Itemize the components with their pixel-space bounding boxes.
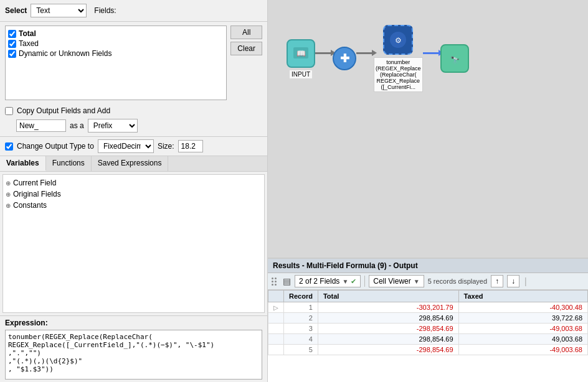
field-checkbox-taxed[interactable] [8,40,16,48]
row-total: 298,854.69 [318,334,458,345]
results-table: Record Total Taxed ▷1-303,201.79-40,300.… [268,290,588,382]
expression-label: Expression: [5,319,262,327]
row-total: -298,854.69 [318,345,458,355]
row-taxed: -49,003.68 [458,345,587,355]
node-output[interactable]: 🔭 [440,44,469,73]
prefix-dropdown[interactable]: Prefix [88,119,138,133]
select-label: Select [5,6,27,15]
expression-section: Expression: tonumber(REGEX_Replace(Repla… [0,315,267,382]
select-dropdown[interactable]: Text [31,4,87,17]
node-icon-input: 📖 [287,39,315,68]
row-total: 298,854.69 [318,313,458,324]
row-icon: ▷ [268,302,284,313]
field-item-dynamic[interactable]: Dynamic or Unknown Fields [8,49,224,58]
node-transform[interactable]: ✚ [333,47,356,70]
output-type-checkbox[interactable] [5,142,13,151]
tab-functions[interactable]: Functions [46,156,92,171]
expression-box[interactable]: tonumber(REGEX_Replace(ReplaceChar( REGE… [5,330,262,380]
scroll-up-button[interactable]: ↑ [491,275,503,287]
svg-text:📖: 📖 [296,49,306,58]
expand-icon-original: ⊕ [6,191,11,198]
fields-label: Fields: [94,6,116,15]
clear-button[interactable]: Clear [230,42,262,55]
col-header-icon [268,291,284,302]
tab-variables[interactable]: Variables [0,156,46,171]
output-type-dropdown[interactable]: FixedDecimal [98,139,154,153]
node-label-formula: tonumber(REGEX_Replace(ReplaceChar(REGEX… [374,57,423,92]
select-row: Select Text Fields: [0,0,267,22]
prefix-row: as a Prefix [0,118,267,136]
new-field-input[interactable] [16,119,66,132]
row-icon [268,334,284,345]
col-header-taxed: Taxed [458,291,587,302]
table-row: 4298,854.6949,003.68 [268,334,588,345]
expand-icon-current: ⊕ [6,180,11,187]
row-icon [268,324,284,334]
node-icon-output: 🔭 [440,44,469,73]
results-toolbar: ▤ 2 of 2 Fields ▼ ✔ Cell Viewer ▼ 5 reco… [268,273,588,290]
table-row: 3-298,854.69-49,003.68 [268,324,588,334]
more-options-icon: | [524,276,527,286]
row-taxed: -49,003.68 [458,324,587,334]
field-item-taxed[interactable]: Taxed [8,39,224,49]
row-taxed: 39,722.68 [458,313,587,324]
drag-handle[interactable] [272,277,277,286]
records-text: 5 records displayed [428,277,487,285]
fields-section: Total Taxed Dynamic or Unknown Fields Al… [0,22,267,104]
results-panel: Results - Multi-Field Formula (9) - Outp… [268,258,588,382]
tree-item-current-field[interactable]: ⊕ Current Field [6,177,262,189]
node-icon-transform: ✚ [333,47,356,70]
data-table: Record Total Taxed ▷1-303,201.79-40,300.… [268,290,588,355]
workflow: 📖 INPUT ✚ [287,25,469,92]
tab-saved-expressions[interactable]: Saved Expressions [92,156,169,171]
row-taxed: -40,300.48 [458,302,587,313]
output-type-label: Change Output Type to [17,142,94,151]
node-input[interactable]: 📖 INPUT [287,39,315,78]
tabs-section: Variables Functions Saved Expressions ⊕ … [0,156,267,315]
fields-list: Total Taxed Dynamic or Unknown Fields [5,26,227,100]
right-panel: 📖 INPUT ✚ [268,0,588,382]
tree-item-constants[interactable]: ⊕ Constants [6,200,262,211]
fields-count-text: 2 of 2 Fields [299,277,339,286]
field-item-total[interactable]: Total [8,29,224,39]
table-row: 5-298,854.69-49,003.68 [268,345,588,355]
fields-badge[interactable]: 2 of 2 Fields ▼ ✔ [295,275,361,287]
row-total: -303,201.79 [318,302,458,313]
canvas-area: 📖 INPUT ✚ [268,0,588,258]
as-a-label: as a [70,121,84,130]
row-taxed: 49,003.68 [458,334,587,345]
scroll-down-button[interactable]: ↓ [507,275,519,287]
table-icon: ▤ [283,276,291,286]
size-input[interactable] [178,140,203,152]
cell-viewer-chevron: ▼ [414,278,420,285]
node-formula[interactable]: ⚙ tonumber(REGEX_Replace(ReplaceChar(REG… [374,25,423,92]
row-num: 5 [284,345,318,355]
node-label-input: INPUT [290,70,312,78]
copy-output-checkbox[interactable] [5,107,13,115]
chevron-down-icon: ▼ [342,278,348,285]
connector-1 [315,52,333,54]
connector-2 [356,52,374,54]
tree-item-original-fields[interactable]: ⊕ Original Fields [6,189,262,200]
row-icon [268,313,284,324]
tab-content: ⊕ Current Field ⊕ Original Fields ⊕ Cons… [2,174,265,313]
svg-text:🔭: 🔭 [450,55,459,65]
output-type-row: Change Output Type to FixedDecimal Size: [0,136,267,156]
all-button[interactable]: All [230,26,262,39]
row-num: 2 [284,313,318,324]
col-header-total: Total [318,291,458,302]
svg-text:⚙: ⚙ [395,36,402,45]
node-icon-formula: ⚙ [383,25,413,55]
row-num: 4 [284,334,318,345]
results-header: Results - Multi-Field Formula (9) - Outp… [268,259,588,273]
expand-icon-constants: ⊕ [6,202,11,209]
cell-viewer-label: Cell Viewer [373,277,410,286]
copy-output-label: Copy Output Fields and Add [17,106,110,115]
field-checkbox-dynamic[interactable] [8,50,16,58]
field-checkbox-total[interactable] [8,30,16,38]
copy-output-row: Copy Output Fields and Add [0,104,267,118]
row-total: -298,854.69 [318,324,458,334]
left-panel: Select Text Fields: Total Taxed Dynamic … [0,0,268,382]
fields-buttons: All Clear [230,26,262,100]
cell-viewer-button[interactable]: Cell Viewer ▼ [369,275,424,287]
